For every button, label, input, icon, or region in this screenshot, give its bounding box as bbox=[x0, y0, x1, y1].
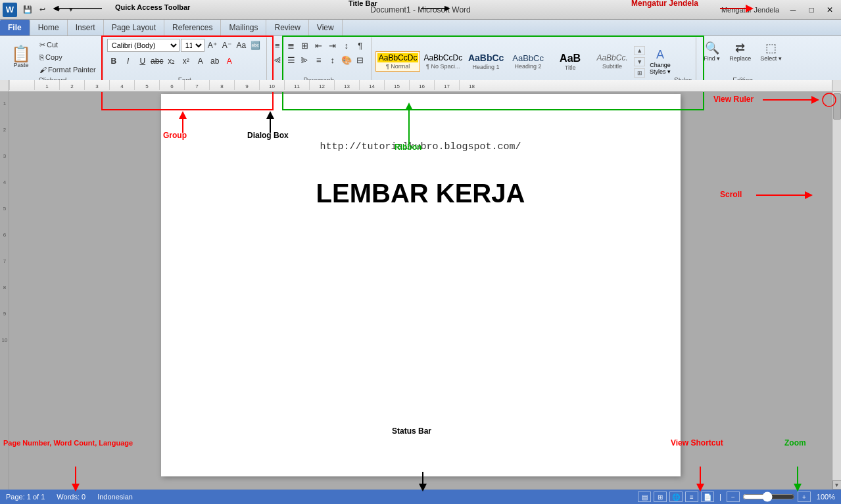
strikethrough-button[interactable]: abc bbox=[151, 55, 164, 68]
ruler-seg-0 bbox=[9, 80, 34, 90]
multilevel-button[interactable]: ⊞ bbox=[299, 39, 312, 52]
styles-scroll-down[interactable]: ▼ bbox=[634, 57, 645, 66]
bullets-button[interactable]: ≡ bbox=[271, 39, 284, 52]
replace-button[interactable]: ⇄ Replace bbox=[726, 39, 754, 64]
tab-review[interactable]: Review bbox=[266, 20, 308, 35]
style-no-spacing[interactable]: AaBbCcDc ¶ No Spaci... bbox=[421, 51, 464, 71]
clear-format-button[interactable]: 🔤 bbox=[249, 39, 262, 52]
style-heading2-name: Heading 2 bbox=[515, 63, 542, 70]
text-effects-button[interactable]: A bbox=[194, 55, 207, 68]
align-center-button[interactable]: ☰ bbox=[285, 53, 298, 66]
customize-qa-button[interactable]: ▾ bbox=[64, 3, 78, 16]
clipboard-small-buttons: ✂ Cut ⎘ Copy 🖌 Format Painter bbox=[37, 39, 99, 76]
justify-button[interactable]: ≡ bbox=[312, 53, 325, 66]
ruler-corner[interactable] bbox=[0, 80, 9, 92]
draft-view-button[interactable]: 📄 bbox=[701, 492, 714, 502]
font-size-select[interactable]: 11 bbox=[181, 39, 204, 52]
vr-2: 2 bbox=[3, 127, 6, 153]
redo-qa-button[interactable]: ↪ bbox=[50, 3, 63, 16]
show-hide-button[interactable]: ¶ bbox=[354, 39, 367, 52]
shading-button[interactable]: 🎨 bbox=[340, 53, 353, 66]
ruler-seg-12: 12 bbox=[309, 80, 334, 90]
style-heading1-preview: AaBbCc bbox=[468, 53, 504, 64]
vr-10: 10 bbox=[2, 337, 8, 363]
sort-button[interactable]: ↕ bbox=[340, 39, 353, 52]
font-color-button[interactable]: A bbox=[223, 55, 236, 68]
style-heading2[interactable]: AaBbCc Heading 2 bbox=[508, 51, 548, 72]
save-qa-button[interactable]: 💾 bbox=[21, 3, 34, 16]
scroll-track[interactable] bbox=[832, 90, 842, 480]
close-button[interactable]: ✕ bbox=[821, 3, 838, 16]
ruler-seg-14: 14 bbox=[359, 80, 384, 90]
style-subtitle[interactable]: AaBbCc. Subtitle bbox=[592, 51, 633, 71]
styles-scroll-up[interactable]: ▲ bbox=[634, 46, 645, 55]
select-button[interactable]: ⬚ Select ▾ bbox=[757, 39, 785, 64]
zoom-out-button[interactable]: − bbox=[727, 492, 740, 502]
paste-label: Paste bbox=[13, 62, 28, 68]
minimize-button[interactable]: ─ bbox=[784, 3, 802, 16]
borders-button[interactable]: ⊟ bbox=[354, 53, 367, 66]
scroll-down-button[interactable]: ▼ bbox=[832, 480, 842, 490]
copy-button[interactable]: ⎘ Copy bbox=[37, 51, 99, 63]
font-name-select[interactable]: Calibri (Body) bbox=[107, 39, 180, 52]
tab-home[interactable]: Home bbox=[30, 20, 68, 35]
find-button[interactable]: 🔍 Find ▾ bbox=[700, 39, 723, 64]
cut-button[interactable]: ✂ Cut bbox=[37, 39, 99, 51]
decrease-font-button[interactable]: A⁻ bbox=[220, 39, 233, 52]
scroll-thumb[interactable] bbox=[833, 93, 841, 120]
tab-insert[interactable]: Insert bbox=[68, 20, 104, 35]
subscript-button[interactable]: x₂ bbox=[165, 55, 178, 68]
vr-7: 7 bbox=[3, 258, 6, 285]
styles-scroll-controls: ▲ ▼ ⊞ bbox=[634, 46, 645, 78]
tab-page-layout[interactable]: Page Layout bbox=[104, 20, 164, 35]
language-status[interactable]: Indonesian bbox=[94, 491, 136, 503]
maximize-button[interactable]: □ bbox=[803, 3, 820, 16]
paste-button[interactable]: 📋 Paste bbox=[7, 43, 36, 72]
mengatur-jendela-label: Mengatur Jendela bbox=[721, 6, 779, 14]
line-spacing-button[interactable]: ↕ bbox=[326, 53, 339, 66]
zoom-in-button[interactable]: + bbox=[798, 492, 811, 502]
page-number-status[interactable]: Page: 1 of 1 bbox=[3, 491, 48, 503]
print-layout-button[interactable]: ▤ bbox=[638, 492, 651, 502]
highlight-button[interactable]: ab bbox=[208, 55, 222, 68]
full-screen-button[interactable]: ⊞ bbox=[654, 492, 667, 502]
ribbon-area: File Home Insert Page Layout References … bbox=[0, 20, 841, 88]
style-normal[interactable]: AaBbCcDc ¶ Normal bbox=[375, 51, 421, 71]
outline-view-button[interactable]: ≡ bbox=[685, 492, 698, 502]
superscript-button[interactable]: x² bbox=[180, 55, 193, 68]
styles-scroll-more[interactable]: ⊞ bbox=[634, 68, 645, 78]
tab-view[interactable]: View bbox=[309, 20, 343, 35]
find-label: Find ▾ bbox=[704, 55, 720, 62]
doc-area[interactable]: http://tutorialkubro.blogspot.com/ LEMBA… bbox=[9, 81, 832, 490]
web-layout-button[interactable]: 🌐 bbox=[669, 492, 683, 502]
align-right-button[interactable]: ⫸ bbox=[299, 53, 312, 66]
change-styles-button[interactable]: A Change Styles ▾ bbox=[646, 46, 674, 77]
align-left-button[interactable]: ⫷ bbox=[271, 53, 284, 66]
format-painter-icon: 🖌 bbox=[39, 66, 47, 74]
style-title[interactable]: AaB Title bbox=[550, 50, 590, 73]
style-heading1[interactable]: AaBbCc Heading 1 bbox=[466, 51, 506, 72]
italic-button[interactable]: I bbox=[122, 55, 135, 68]
zoom-level[interactable]: 100% bbox=[813, 491, 838, 503]
tab-file[interactable]: File bbox=[0, 20, 30, 35]
word-count-status[interactable]: Words: 0 bbox=[53, 491, 89, 503]
change-case-button[interactable]: Aa bbox=[235, 39, 248, 52]
numbering-button[interactable]: ≣ bbox=[285, 39, 298, 52]
increase-font-button[interactable]: A⁺ bbox=[206, 39, 219, 52]
title-bar: W 💾 ↩ ↪ ▾ Document1 - Microsoft Word Men… bbox=[0, 0, 841, 20]
increase-indent-button[interactable]: ⇥ bbox=[326, 39, 339, 52]
undo-qa-button[interactable]: ↩ bbox=[36, 3, 49, 16]
underline-button[interactable]: U bbox=[136, 55, 149, 68]
format-painter-button[interactable]: 🖌 Format Painter bbox=[37, 64, 99, 76]
ruler-seg-6: 6 bbox=[159, 80, 184, 90]
main-area: 1 2 3 4 5 6 7 8 9 10 http://tutorialkubr… bbox=[0, 81, 841, 490]
zoom-slider[interactable] bbox=[742, 492, 795, 502]
page-heading: LEMBAR KERJA bbox=[214, 179, 628, 208]
change-styles-icon: A bbox=[656, 48, 664, 62]
tab-references[interactable]: References bbox=[164, 20, 221, 35]
bold-button[interactable]: B bbox=[107, 55, 120, 68]
decrease-indent-button[interactable]: ⇤ bbox=[312, 39, 325, 52]
ruler-end bbox=[832, 80, 841, 92]
tab-mailings[interactable]: Mailings bbox=[221, 20, 266, 35]
select-label: Select ▾ bbox=[760, 55, 782, 62]
